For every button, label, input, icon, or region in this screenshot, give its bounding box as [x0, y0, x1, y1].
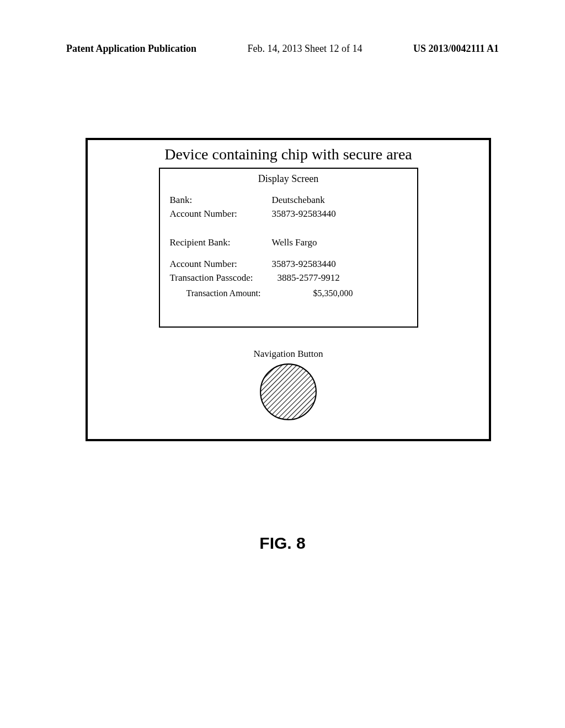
svg-point-2 [260, 364, 316, 420]
account-value: 35873-92583440 [272, 207, 407, 221]
passcode-label: Transaction Passcode: [170, 271, 278, 285]
display-screen: Display Screen Bank: Deutschebank Accoun… [159, 168, 418, 328]
bank-value: Deutschebank [272, 194, 407, 207]
recipient-bank-label: Recipient Bank: [170, 236, 272, 250]
passcode-value: 3885-2577-9912 [278, 271, 407, 285]
row-account2: Account Number: 35873-92583440 [170, 258, 407, 271]
account2-label: Account Number: [170, 258, 272, 271]
page-header: Patent Application Publication Feb. 14, … [0, 43, 565, 55]
amount-label: Transaction Amount: [170, 287, 286, 300]
row-bank: Bank: Deutschebank [170, 194, 407, 207]
navigation-button-icon[interactable] [259, 363, 317, 421]
row-account: Account Number: 35873-92583440 [170, 207, 407, 221]
nav-button-label: Navigation Button [88, 349, 489, 360]
header-center: Feb. 14, 2013 Sheet 12 of 14 [248, 43, 363, 55]
amount-value: $5,350,000 [286, 287, 407, 300]
nav-button-wrap [88, 363, 489, 421]
device-box: Device containing chip with secure area … [86, 138, 491, 441]
bank-label: Bank: [170, 194, 272, 207]
row-recipient-bank: Recipient Bank: Wells Fargo [170, 236, 407, 250]
figure-label: FIG. 8 [0, 534, 565, 553]
row-passcode: Transaction Passcode: 3885-2577-9912 [170, 271, 407, 285]
spacer [170, 221, 407, 236]
device-title: Device containing chip with secure area [88, 146, 489, 163]
row-amount: Transaction Amount: $5,350,000 [170, 287, 407, 300]
header-left: Patent Application Publication [66, 43, 196, 55]
account2-value: 35873-92583440 [272, 258, 407, 271]
header-right: US 2013/0042111 A1 [413, 43, 499, 55]
recipient-bank-value: Wells Fargo [272, 236, 407, 250]
account-label: Account Number: [170, 207, 272, 221]
screen-title: Display Screen [170, 173, 407, 185]
spacer-small [170, 250, 407, 258]
